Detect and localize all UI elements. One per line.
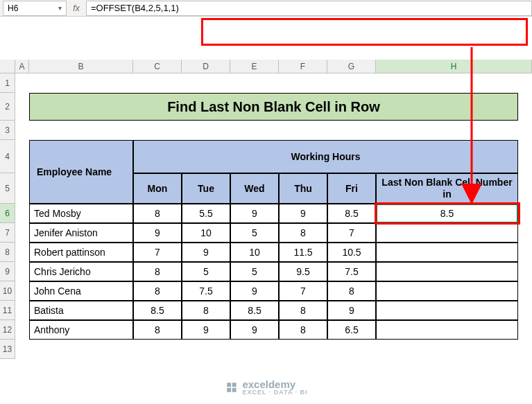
cell-last-3[interactable] xyxy=(376,262,518,281)
cell-last-2[interactable] xyxy=(376,243,518,262)
column-headers: A B C D E F G H xyxy=(0,60,532,73)
cell-thu-0[interactable]: 9 xyxy=(279,204,327,223)
cell-fri-4[interactable]: 8 xyxy=(327,281,376,301)
formula-bar-row: H6 ▾ fx =OFFSET(B4,2,5,1,1) xyxy=(0,0,532,17)
row-header-6[interactable]: 6 xyxy=(0,204,15,223)
col-header-A[interactable]: A xyxy=(15,60,29,73)
row-header-13[interactable]: 13 xyxy=(0,340,15,359)
cell-thu-6[interactable]: 8 xyxy=(279,320,327,340)
formula-bar[interactable]: =OFFSET(B4,2,5,1,1) xyxy=(86,1,532,16)
cell-thu-2[interactable]: 11.5 xyxy=(279,243,327,262)
exceldemy-icon xyxy=(224,380,238,394)
cell-wed-4[interactable]: 9 xyxy=(230,281,279,301)
annotation-box-formula xyxy=(201,18,528,46)
cell-mon-6[interactable]: 8 xyxy=(133,320,182,340)
cell-thu-5[interactable]: 8 xyxy=(279,301,327,320)
col-header-G[interactable]: G xyxy=(327,60,376,73)
select-all-corner[interactable] xyxy=(0,60,15,73)
cell-wed-0[interactable]: 9 xyxy=(230,204,279,223)
row-header-4[interactable]: 4 xyxy=(0,140,15,173)
cell-wed-3[interactable]: 5 xyxy=(230,262,279,281)
cell-fri-2[interactable]: 10.5 xyxy=(327,243,376,262)
cell-mon-5[interactable]: 8.5 xyxy=(133,301,182,320)
cell-tue-0[interactable]: 5.5 xyxy=(182,204,230,223)
cell-fri-5[interactable]: 9 xyxy=(327,301,376,320)
cell-mon-4[interactable]: 8 xyxy=(133,281,182,301)
cell-last-4[interactable] xyxy=(376,281,518,301)
cell-tue-3[interactable]: 5 xyxy=(182,262,230,281)
col-header-F[interactable]: F xyxy=(279,60,327,73)
cell-name-6[interactable]: Anthony xyxy=(29,320,133,340)
col-header-H[interactable]: H xyxy=(376,60,532,73)
cell-tue-2[interactable]: 9 xyxy=(182,243,230,262)
cell-tue-4[interactable]: 7.5 xyxy=(182,281,230,301)
grid: Find Last Non Blank Cell in Row Employee… xyxy=(15,73,532,404)
logo-subtext: EXCEL · DATA · BI xyxy=(242,389,307,396)
title-cell[interactable]: Find Last Non Blank Cell in Row xyxy=(29,93,518,121)
cell-thu-1[interactable]: 8 xyxy=(279,223,327,243)
cell-name-5[interactable]: Batista xyxy=(29,301,133,320)
formula-text: =OFFSET(B4,2,5,1,1) xyxy=(91,3,179,13)
cell-name-1[interactable]: Jenifer Aniston xyxy=(29,223,133,243)
cell-name-4[interactable]: John Cena xyxy=(29,281,133,301)
cell-tue-1[interactable]: 10 xyxy=(182,223,230,243)
row-header-10[interactable]: 10 xyxy=(0,281,15,301)
col-header-E[interactable]: E xyxy=(230,60,279,73)
cell-wed-5[interactable]: 8.5 xyxy=(230,301,279,320)
row-header-7[interactable]: 7 xyxy=(0,223,15,243)
cell-thu-4[interactable]: 7 xyxy=(279,281,327,301)
cell-mon-0[interactable]: 8 xyxy=(133,204,182,223)
cell-mon-3[interactable]: 8 xyxy=(133,262,182,281)
header-mon[interactable]: Mon xyxy=(133,173,182,204)
header-tue[interactable]: Tue xyxy=(182,173,230,204)
row-headers: 1 2 3 4 5 6 7 8 9 10 11 12 13 xyxy=(0,73,15,359)
cell-last-0[interactable]: 8.5 xyxy=(376,204,518,223)
cell-wed-1[interactable]: 5 xyxy=(230,223,279,243)
cell-fri-3[interactable]: 7.5 xyxy=(327,262,376,281)
row-header-11[interactable]: 11 xyxy=(0,301,15,320)
row-header-1[interactable]: 1 xyxy=(0,73,15,93)
col-header-C[interactable]: C xyxy=(133,60,182,73)
cell-last-5[interactable] xyxy=(376,301,518,320)
header-thu[interactable]: Thu xyxy=(279,173,327,204)
cell-fri-0[interactable]: 8.5 xyxy=(327,204,376,223)
cell-tue-5[interactable]: 8 xyxy=(182,301,230,320)
cell-name-3[interactable]: Chris Jericho xyxy=(29,262,133,281)
cell-fri-6[interactable]: 6.5 xyxy=(327,320,376,340)
name-box-value: H6 xyxy=(8,3,18,13)
cell-last-6[interactable] xyxy=(376,320,518,340)
col-header-D[interactable]: D xyxy=(182,60,230,73)
cell-name-0[interactable]: Ted Mosby xyxy=(29,204,133,223)
row-header-9[interactable]: 9 xyxy=(0,262,15,281)
fx-icon[interactable]: fx xyxy=(67,3,86,13)
cell-name-2[interactable]: Robert pattinson xyxy=(29,243,133,262)
cell-wed-2[interactable]: 10 xyxy=(230,243,279,262)
cell-tue-6[interactable]: 9 xyxy=(182,320,230,340)
cell-mon-2[interactable]: 7 xyxy=(133,243,182,262)
col-header-B[interactable]: B xyxy=(29,60,133,73)
row-header-12[interactable]: 12 xyxy=(0,320,15,340)
chevron-down-icon[interactable]: ▾ xyxy=(58,4,62,12)
row-header-3[interactable]: 3 xyxy=(0,121,15,140)
cell-thu-3[interactable]: 9.5 xyxy=(279,262,327,281)
watermark-logo: exceldemy EXCEL · DATA · BI xyxy=(224,378,307,396)
row-header-2[interactable]: 2 xyxy=(0,93,15,121)
header-fri[interactable]: Fri xyxy=(327,173,376,204)
header-working-hours[interactable]: Working Hours xyxy=(133,140,518,173)
cell-mon-1[interactable]: 9 xyxy=(133,223,182,243)
row-header-8[interactable]: 8 xyxy=(0,243,15,262)
row-header-5[interactable]: 5 xyxy=(0,173,15,204)
cell-wed-6[interactable]: 9 xyxy=(230,320,279,340)
cell-fri-1[interactable]: 7 xyxy=(327,223,376,243)
header-last[interactable]: Last Non Blank Cell Number in xyxy=(376,173,518,204)
cell-last-1[interactable] xyxy=(376,223,518,243)
name-box[interactable]: H6 ▾ xyxy=(3,1,67,16)
spreadsheet: A B C D E F G H 1 2 3 4 5 6 7 8 9 10 11 … xyxy=(0,60,532,404)
header-wed[interactable]: Wed xyxy=(230,173,279,204)
header-employee[interactable]: Employee Name xyxy=(29,140,133,204)
